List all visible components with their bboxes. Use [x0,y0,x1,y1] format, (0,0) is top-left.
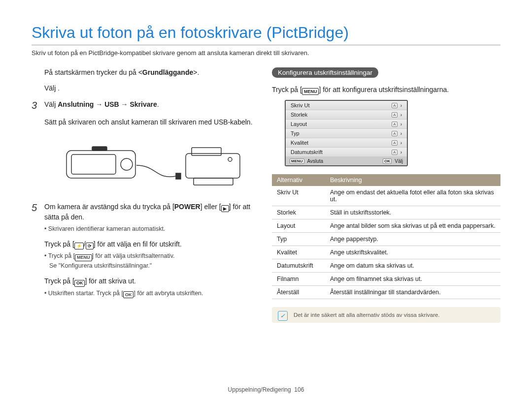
th-option: Alternativ [272,174,325,186]
printer-menu-screenshot: Skriv UtA› StorlekA› LayoutA› TypA› Kval… [285,100,408,166]
svg-rect-5 [186,154,240,178]
step-number [32,117,44,127]
ok-icon: OK [123,291,134,298]
camera-printer-diagram [44,136,258,192]
menu-icon: MENU [302,88,319,95]
page-subtitle: Skriv ut foton på en PictBridge-kompatib… [32,49,500,57]
step-number [32,83,44,93]
step7-sub: Utskriften startar. Tryck på [OK] för at… [49,289,258,299]
step3-g: . [157,100,159,108]
step7-a: Tryck på [ [44,277,74,285]
left-column: På startskärmen trycker du på <Grundlägg… [32,67,258,323]
step-4: Sätt på skrivaren och anslut kameran til… [32,117,258,127]
step5-a: Om kamera är avstängd ska du trycka på [ [44,203,174,211]
menu-row: TypA› [286,129,407,138]
menu-row: LayoutA› [286,120,407,129]
right-column: Konfigurera utskriftsinställningar Tryck… [272,67,500,323]
step5-power: POWER [174,203,200,211]
step-5: 5 Om kamera är avstängd ska du trycka på… [32,202,258,233]
step-1: På startskärmen trycker du på <Grundlägg… [32,67,258,77]
table-row: ÅterställÅterställ inställningar till st… [272,286,500,299]
step-number [32,276,44,298]
menu-footer: MENUAvsluta OKVälj [286,157,407,165]
note-box: ✓ Det är inte säkert att alla alternativ… [272,307,500,323]
step-number: 5 [32,202,44,233]
menu-row: KvalitetA› [286,138,407,148]
playback-icon: ▶ [221,205,229,212]
step-3: 3 Välj Anslutning → USB → Skrivare. [32,99,258,111]
step3-d: USB [104,100,119,108]
step-7: Tryck på [OK] för att skriva ut. Utskrif… [32,276,258,298]
table-row: LayoutAnge antal bilder som ska skrivas … [272,219,500,233]
step3-a: Välj [44,100,58,108]
step-number [32,239,44,270]
svg-point-2 [121,158,133,170]
step6-sub-line1: Tryck på [MENU] för att välja utskriftsa… [49,251,258,270]
table-row: StorlekStäll in utskriftsstorlek. [272,206,500,219]
step5-sub: Skrivaren identifierar kameran automatis… [49,224,258,233]
step1-text-c: >. [193,68,199,76]
table-row: Skriv UtAnge om endast det aktuella foto… [272,186,500,206]
step3-f: Skrivare [130,100,157,108]
step3-e: → [119,100,130,108]
svg-rect-7 [194,178,233,185]
svg-rect-4 [176,173,181,179]
step-6: Tryck på [⚡/⟳] för att välja en fil för … [32,239,258,270]
note-text: Det är inte säkert att alla alternativ s… [294,312,440,318]
svg-rect-3 [92,147,107,151]
step-number: 3 [32,99,44,111]
step1-bold: Grundläggande [142,68,193,76]
step6-a: Tryck på [ [44,240,74,248]
ok-icon: OK [74,280,85,287]
step3-c: → [94,100,104,108]
section-heading: Konfigurera utskriftsinställningar [272,67,378,78]
table-row: KvalitetAnge utskriftskvalitet. [272,246,500,259]
menu-row: DatumutskriftA› [286,148,407,157]
step-number [32,67,44,77]
timer-icon: ⟳ [86,243,94,249]
flash-icon: ⚡ [74,243,84,249]
table-row: DatumutskriftAnge om datum ska skrivas u… [272,259,500,273]
content-columns: På startskärmen trycker du på <Grundlägg… [32,67,500,323]
options-table: Alternativ Beskrivning Skriv UtAnge om e… [272,174,500,299]
step5-c: ] eller [ [200,203,221,211]
table-row: FilnamnAnge om filnamnet ska skrivas ut. [272,273,500,286]
menu-row: Skriv UtA› [286,101,407,110]
menu-row: StorlekA› [286,110,407,120]
page-title: Skriva ut foton på en fotoskrivare (Pict… [32,24,500,45]
menu-icon: MENU [75,254,92,261]
th-desc: Beskrivning [325,174,500,186]
lead-text: Tryck på [MENU] för att konfigurera utsk… [272,86,500,95]
svg-rect-6 [192,148,221,155]
step7-b: ] för att skriva ut. [85,277,135,285]
table-row: TypAnge papperstyp. [272,233,500,246]
step-2: Välj . [32,83,258,93]
svg-rect-1 [71,154,116,174]
svg-point-8 [228,157,232,161]
step1-text-a: På startskärmen trycker du på < [44,68,142,76]
page-footer: Uppspelning/Redigering 106 [0,386,532,393]
step6-b: ] för att välja en fil för utskrift. [94,240,182,248]
info-icon: ✓ [278,311,288,321]
step2-body: Välj . [44,83,258,93]
step3-b: Anslutning [58,100,94,108]
step4-body: Sätt på skrivaren och anslut kameran til… [44,117,258,127]
